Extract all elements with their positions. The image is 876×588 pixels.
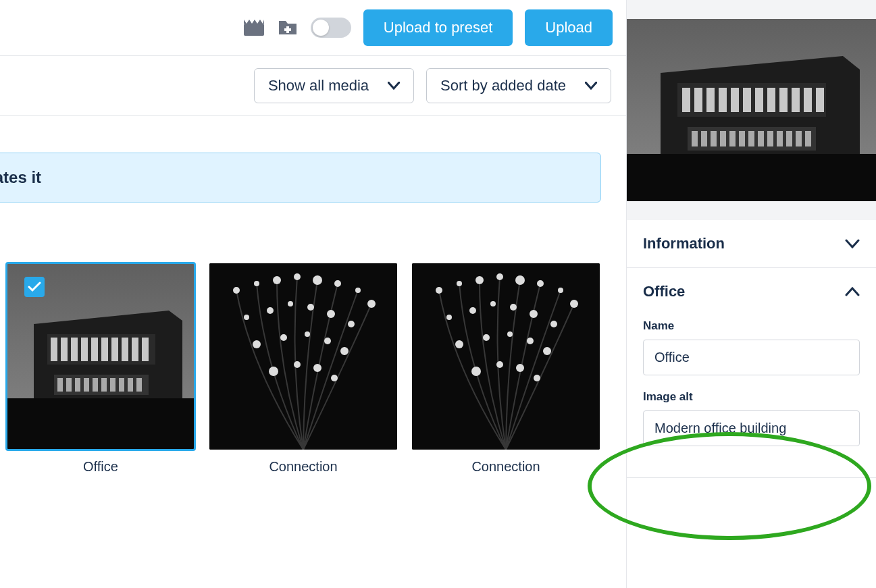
svg-rect-11 [91,338,98,361]
svg-point-54 [457,281,462,286]
svg-point-33 [313,275,322,285]
toggle-switch[interactable] [311,18,351,38]
svg-rect-27 [136,378,142,392]
media-gallery: Office [0,203,626,475]
svg-rect-93 [692,131,698,146]
svg-point-58 [537,280,544,287]
media-thumbnail[interactable] [209,263,397,450]
svg-rect-24 [110,378,115,392]
image-alt-input[interactable] [643,410,860,446]
svg-rect-100 [758,131,764,146]
sidebar-preview [627,0,876,220]
name-field-group: Name [643,319,860,375]
svg-point-36 [367,300,376,308]
upload-to-preset-button[interactable]: Upload to preset [363,9,513,46]
filter-row: Show all media Sort by added date [0,56,626,116]
svg-rect-94 [701,131,707,146]
svg-point-43 [253,340,261,348]
svg-rect-12 [101,338,108,361]
svg-point-37 [244,315,249,320]
image-alt-field-label: Image alt [643,390,860,404]
svg-point-46 [324,338,331,344]
name-input[interactable] [643,340,860,375]
svg-rect-23 [101,378,107,392]
svg-rect-91 [816,88,824,112]
selected-check-icon [24,277,45,297]
svg-rect-103 [786,131,792,146]
svg-point-62 [469,307,476,314]
image-alt-field-group: Image alt [643,390,860,446]
svg-point-38 [267,307,274,314]
svg-rect-14 [122,338,128,361]
media-card: Office [7,263,195,475]
svg-point-67 [455,340,463,348]
section-title: Information [643,235,725,252]
video-icon[interactable] [243,17,265,38]
upload-button[interactable]: Upload [525,9,613,46]
svg-rect-88 [779,88,788,112]
svg-point-59 [558,288,563,293]
svg-point-72 [471,367,481,376]
svg-point-69 [507,331,513,337]
svg-rect-99 [748,131,754,146]
svg-rect-8 [61,338,68,361]
svg-point-44 [280,334,287,341]
svg-rect-84 [731,88,739,112]
svg-rect-4 [7,398,195,450]
svg-point-63 [490,301,496,306]
preview-image [627,19,877,201]
svg-rect-86 [755,88,763,112]
folder-add-icon[interactable] [277,17,299,38]
svg-point-40 [307,304,314,311]
section-title: Office [643,283,685,300]
svg-rect-95 [711,131,717,146]
media-label: Connection [269,459,337,475]
svg-point-55 [475,276,484,284]
information-section-header[interactable]: Information [627,220,876,267]
svg-point-70 [527,338,534,344]
svg-point-32 [294,273,301,280]
svg-rect-2 [284,28,291,31]
media-thumbnail[interactable] [7,263,195,450]
svg-point-74 [516,364,524,372]
svg-rect-98 [739,131,745,146]
svg-rect-25 [119,378,124,392]
chevron-down-icon [388,82,400,90]
svg-point-48 [269,367,278,376]
svg-rect-77 [627,154,877,201]
svg-point-45 [305,331,310,337]
svg-point-31 [273,276,281,284]
svg-point-60 [570,300,578,308]
details-sidebar: Information Office Name Image alt [626,0,876,588]
svg-point-71 [543,347,551,355]
media-filter-select[interactable]: Show all media [254,68,414,103]
svg-rect-20 [75,378,80,392]
sort-label: Sort by added date [440,77,566,95]
svg-point-61 [446,315,452,320]
svg-rect-105 [805,131,811,146]
media-thumbnail[interactable] [412,263,600,450]
office-section: Office Name Image alt [627,268,876,478]
chevron-down-icon [845,239,860,248]
svg-rect-104 [796,131,802,146]
svg-rect-90 [804,88,812,112]
svg-rect-87 [767,88,775,112]
sort-select[interactable]: Sort by added date [426,68,611,103]
svg-point-64 [510,304,517,311]
office-section-header[interactable]: Office [627,268,876,315]
svg-rect-10 [81,338,88,361]
svg-point-66 [550,321,557,327]
svg-rect-89 [792,88,800,112]
svg-rect-97 [729,131,736,146]
banner-text: nd – no matter who creates it [0,168,41,186]
svg-point-53 [436,287,442,294]
svg-rect-81 [694,88,702,112]
svg-point-51 [331,375,338,381]
svg-point-29 [233,287,240,294]
svg-rect-80 [682,88,690,112]
media-filter-label: Show all media [268,77,369,95]
svg-rect-83 [719,88,727,112]
svg-point-65 [530,310,538,318]
svg-rect-7 [51,338,57,361]
svg-rect-19 [66,378,72,392]
